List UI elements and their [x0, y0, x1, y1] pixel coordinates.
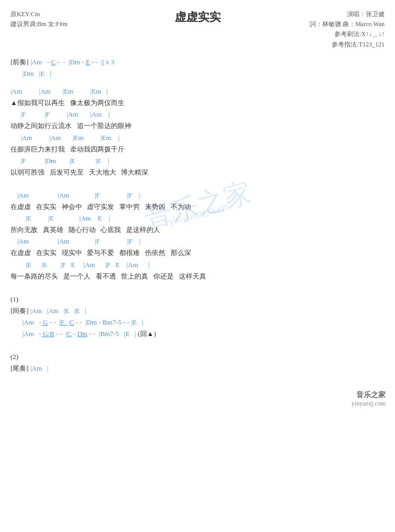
strum-label: 参考刷法:X↑↓＿↓↑: [310, 29, 385, 39]
v1-lyric4: 以弱可胜强 后发可先至 天大地大 博大精深: [10, 167, 385, 178]
suggest-label: 建议男调:Bm 女:F#m: [10, 19, 67, 29]
interlude-line3: |Am - G/B - - |C - Dm - - |Bm7-5 |E | (回…: [10, 328, 385, 340]
interlude-section: (1) [间奏] |Am |Am |E |E | |Am - G - - |F …: [10, 294, 385, 340]
footer-sub: yinyuezj.com: [352, 400, 386, 408]
key-label: 原KEY:Cm: [10, 9, 67, 19]
ch-lyric4: 每一条路的尽头 是一个人 看不透 世上的真 你还是 这样天真: [10, 271, 385, 282]
ch-lyric2: 所向无敌 真英雄 随心行动 心底我 是这样的人: [10, 224, 385, 236]
outro-section: (2) [尾奏] |Am |: [10, 351, 385, 374]
verse1-section: |Am |Am |Em |Em | ▲假如我可以再生 像太极为两仪而生 |F |…: [10, 86, 385, 178]
outro-num: (2): [10, 351, 385, 363]
v1-lyric2: 动静之间如行云流水 追一个豁达的眼神: [10, 120, 385, 132]
v1-chord4: |F |Dm |E |E |: [10, 155, 385, 167]
ch-chord2: |E |E |Am E |: [10, 213, 385, 224]
interlude-line2: |Am - G - - |F C - - |Dm - Bm7-5 - - |E …: [10, 317, 385, 328]
footer-logo: 音乐之家 yinyuezj.com: [352, 390, 386, 408]
footer-main: 音乐之家: [352, 390, 386, 400]
v1-chord3: |Am |Am |Em |Em |: [10, 132, 385, 144]
ch-chord4: |E |E |F E |Am |F E |Am |: [10, 259, 385, 271]
meta-left: 原KEY:Cm 建议男调:Bm 女:F#m: [10, 9, 67, 29]
lyricist-label: 詞：林敏骢 曲：Marco Wan: [310, 19, 385, 29]
v1-lyric1: ▲假如我可以再生 像太极为两仪而生: [10, 97, 385, 109]
finger-label: 参考指法:T123_121: [310, 40, 385, 50]
meta-right: 演唱：张卫健 詞：林敏骢 曲：Marco Wan 参考刷法:X↑↓＿↓↑ 参考指…: [310, 9, 385, 50]
prelude-line1: [前奏] |Am - C - - |Dm - E - - || x 3: [10, 56, 385, 68]
v1-chord2: |F |F |Am |Am |: [10, 109, 385, 120]
interlude-label: [间奏] |Am |Am |E |E |: [10, 305, 385, 317]
outro-label: [尾奏] |Am |: [10, 363, 385, 374]
singer-label: 演唱：张卫健: [310, 9, 385, 19]
prelude-section: [前奏] |Am - C - - |Dm - E - - || x 3 |Dm …: [10, 56, 385, 79]
v1-chord1: |Am |Am |Em |Em |: [10, 86, 385, 97]
v1-lyric3: 任膨湃巨力来打我 牵动我四两拨千斤: [10, 144, 385, 155]
interlude-num: (1): [10, 294, 385, 305]
page: 原KEY:Cm 建议男调:Bm 女:F#m 虚虚实实 演唱：张卫健 詞：林敏骢 …: [0, 0, 395, 412]
prelude-line2: |Dm |E |: [10, 68, 385, 79]
ch-lyric3: 在虚虚 在实实 现实中 爱与不爱 都很难 伤依然 那么深: [10, 247, 385, 259]
ch-chord1: |Am |Am |F |F |: [10, 190, 385, 201]
chorus-section: |Am |Am |F |F | 在虚虚 在实实 神会中 虚守实发 掌中穷 来势凶…: [10, 190, 385, 282]
ch-chord3: |Am |Am |F |F |: [10, 236, 385, 247]
ch-lyric1: 在虚虚 在实实 神会中 虚守实发 掌中穷 来势凶 不为动: [10, 201, 385, 213]
